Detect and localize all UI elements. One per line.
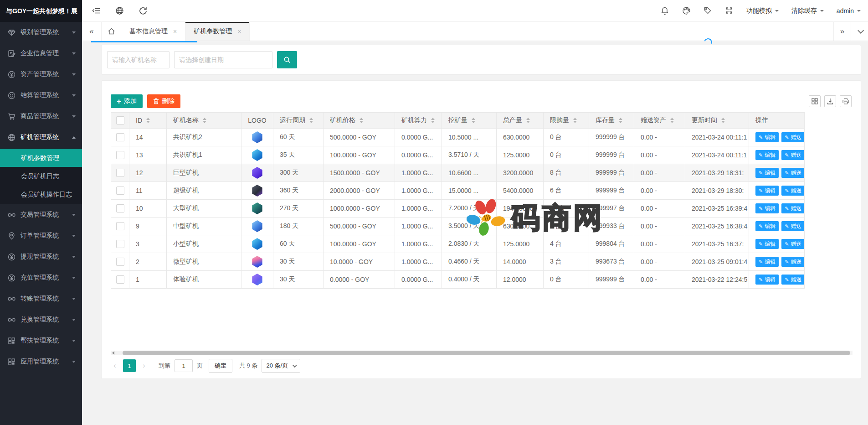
- page-input[interactable]: [175, 359, 193, 372]
- edit-button[interactable]: 编辑: [755, 257, 779, 267]
- edit-button[interactable]: 编辑: [755, 239, 779, 249]
- sidebar-item[interactable]: 帮扶管理系统: [0, 330, 82, 351]
- sidebar-item[interactable]: 应用管理系统: [0, 351, 82, 372]
- row-checkbox[interactable]: [116, 275, 124, 284]
- sort-icons[interactable]: [431, 118, 435, 123]
- gift-button[interactable]: 赠送: [781, 186, 805, 196]
- sort-desc-icon[interactable]: [431, 121, 435, 123]
- select-all-checkbox[interactable]: [116, 116, 124, 124]
- sidebar-item[interactable]: 矿机管理系统: [0, 127, 82, 148]
- sort-desc-icon[interactable]: [619, 121, 622, 123]
- sort-asc-icon[interactable]: [472, 118, 475, 120]
- sidebar-item[interactable]: 资产管理系统: [0, 64, 82, 85]
- sidebar-item[interactable]: 兑换管理系统: [0, 309, 82, 330]
- confirm-page-button[interactable]: 确定: [209, 359, 232, 373]
- edit-button[interactable]: 编辑: [755, 221, 779, 231]
- sidebar-subitem[interactable]: 会员矿机日志: [0, 167, 82, 185]
- fullscreen-icon[interactable]: [725, 6, 734, 15]
- edit-button[interactable]: 编辑: [755, 275, 779, 285]
- sort-asc-icon[interactable]: [721, 118, 725, 120]
- edit-button[interactable]: 编辑: [755, 168, 779, 178]
- edit-button[interactable]: 编辑: [755, 186, 779, 196]
- edit-button[interactable]: 编辑: [755, 150, 779, 160]
- sort-asc-icon[interactable]: [360, 118, 363, 120]
- sidebar-item[interactable]: 级别管理系统: [0, 22, 82, 43]
- sort-desc-icon[interactable]: [472, 121, 475, 123]
- add-button[interactable]: 添加: [111, 94, 143, 108]
- sort-asc-icon[interactable]: [431, 118, 435, 120]
- sort-desc-icon[interactable]: [203, 121, 206, 123]
- row-checkbox[interactable]: [116, 133, 124, 141]
- sort-icons[interactable]: [472, 118, 475, 123]
- sort-icons[interactable]: [573, 118, 577, 123]
- gift-button[interactable]: 赠送: [781, 132, 805, 142]
- row-checkbox[interactable]: [116, 222, 124, 230]
- export-icon[interactable]: [824, 95, 836, 107]
- sort-desc-icon[interactable]: [309, 121, 313, 123]
- close-icon[interactable]: ×: [173, 28, 177, 35]
- delete-button[interactable]: 删除: [147, 94, 180, 108]
- sidebar-item[interactable]: 交易管理系统: [0, 204, 82, 225]
- sort-desc-icon[interactable]: [670, 121, 674, 123]
- theme-palette-icon[interactable]: [682, 6, 691, 15]
- sort-icons[interactable]: [309, 118, 313, 123]
- tabs-scroll-left-icon[interactable]: [82, 22, 101, 41]
- globe-icon[interactable]: [115, 6, 124, 15]
- gift-button[interactable]: 赠送: [781, 275, 805, 285]
- bell-icon[interactable]: [661, 6, 669, 15]
- sidebar-item[interactable]: 提现管理系统: [0, 246, 82, 267]
- edit-button[interactable]: 编辑: [755, 203, 779, 213]
- sort-desc-icon[interactable]: [573, 121, 577, 123]
- row-checkbox[interactable]: [116, 187, 124, 195]
- row-checkbox[interactable]: [116, 204, 124, 212]
- tabs-scroll-right-icon[interactable]: [833, 22, 851, 41]
- scroll-left-arrow-icon[interactable]: [112, 351, 114, 355]
- menu-fold-icon[interactable]: [92, 6, 101, 15]
- sort-desc-icon[interactable]: [721, 121, 725, 123]
- tab-basic-info[interactable]: 基本信息管理 ×: [121, 22, 185, 41]
- create-date-input[interactable]: [174, 51, 272, 68]
- sort-asc-icon[interactable]: [526, 118, 530, 120]
- sort-icons[interactable]: [146, 118, 150, 123]
- sort-icons[interactable]: [203, 118, 206, 123]
- edit-button[interactable]: 编辑: [755, 132, 779, 142]
- search-button[interactable]: [277, 51, 297, 68]
- filter-columns-icon[interactable]: [809, 95, 821, 107]
- sort-asc-icon[interactable]: [309, 118, 313, 120]
- sort-desc-icon[interactable]: [526, 121, 530, 123]
- sidebar-item[interactable]: 企业信息管理: [0, 43, 82, 64]
- sort-desc-icon[interactable]: [360, 121, 363, 123]
- row-checkbox[interactable]: [116, 169, 124, 177]
- sort-asc-icon[interactable]: [619, 118, 622, 120]
- sort-icons[interactable]: [526, 118, 530, 123]
- sidebar-item[interactable]: 转账管理系统: [0, 288, 82, 309]
- print-icon[interactable]: [840, 95, 852, 107]
- next-page-icon[interactable]: ›: [140, 362, 148, 370]
- gift-button[interactable]: 赠送: [781, 257, 805, 267]
- sort-asc-icon[interactable]: [146, 118, 150, 120]
- sort-icons[interactable]: [721, 118, 725, 123]
- gift-button[interactable]: 赠送: [781, 168, 805, 178]
- sort-icons[interactable]: [619, 118, 622, 123]
- miner-name-input[interactable]: [107, 51, 169, 68]
- menu-admin[interactable]: admin: [837, 7, 861, 15]
- sidebar-item[interactable]: 订单管理系统: [0, 225, 82, 246]
- refresh-icon[interactable]: [139, 6, 147, 15]
- prev-page-icon[interactable]: ‹: [111, 362, 119, 370]
- horizontal-scrollbar[interactable]: [111, 351, 853, 355]
- sidebar-subitem[interactable]: 会员矿机操作日志: [0, 185, 82, 203]
- gift-button[interactable]: 赠送: [781, 221, 805, 231]
- page-number-button[interactable]: 1: [123, 359, 136, 372]
- scrollbar-thumb[interactable]: [123, 351, 850, 355]
- sidebar-item[interactable]: 充值管理系统: [0, 267, 82, 288]
- sort-desc-icon[interactable]: [146, 121, 150, 123]
- tag-icon[interactable]: [704, 6, 712, 15]
- home-tab-icon[interactable]: [101, 22, 121, 41]
- sort-icons[interactable]: [360, 118, 363, 123]
- menu-function-sim[interactable]: 功能模拟: [746, 7, 779, 15]
- sort-asc-icon[interactable]: [203, 118, 206, 120]
- tab-miner-params[interactable]: 矿机参数管理 ×: [185, 22, 250, 41]
- sort-asc-icon[interactable]: [573, 118, 577, 120]
- sort-asc-icon[interactable]: [670, 118, 674, 120]
- sidebar-item[interactable]: 商品管理系统: [0, 106, 82, 127]
